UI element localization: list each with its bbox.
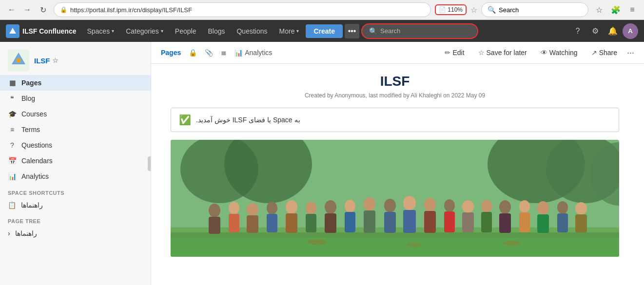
sidebar-pagetree-item[interactable]: › راهنماها: [0, 226, 151, 241]
sidebar-space-name[interactable]: ILSF ☆: [34, 57, 59, 65]
browser-search-input[interactable]: [499, 6, 582, 14]
sidebar-star-icon[interactable]: ☆: [52, 57, 59, 64]
pagetree-item-label: راهنماها: [15, 229, 37, 237]
url-text: https://portal.ilsf.ipm.ir/cn/display/IL…: [70, 6, 425, 14]
address-bar[interactable]: 🔒 https://portal.ilsf.ipm.ir/cn/display/…: [54, 2, 431, 17]
page-title: ILSF: [171, 74, 619, 89]
svg-point-50: [575, 202, 587, 215]
sidebar-logo-image: [8, 50, 29, 71]
pencil-icon: ✏: [445, 49, 450, 57]
nav-item-people[interactable]: People: [170, 20, 201, 42]
content-toolbar: Pages 🔒 📎 ≣ 📊 Analytics ✏ Edit ☆ Save fo…: [151, 42, 644, 64]
more-chevron-icon: ▾: [296, 28, 299, 34]
shortcut-icon: 📋: [8, 201, 16, 209]
expand-icon[interactable]: ›: [8, 229, 10, 237]
toolbar-hierarchy-icon[interactable]: ≣: [221, 49, 227, 57]
svg-rect-41: [481, 212, 492, 232]
space-shortcuts-title: SPACE SHORTCUTS: [0, 184, 151, 198]
sidebar-item-calendars[interactable]: 📅 Calendars: [0, 153, 151, 169]
share-button[interactable]: ↗ Share: [587, 47, 621, 58]
svg-rect-39: [462, 212, 474, 232]
svg-point-22: [306, 202, 316, 214]
svg-rect-35: [424, 211, 436, 233]
svg-rect-51: [575, 214, 587, 232]
shortcut-label: راهنماها: [21, 201, 43, 209]
settings-button[interactable]: ⚙: [587, 23, 603, 39]
sidebar-item-questions[interactable]: ? Questions: [0, 137, 151, 153]
sidebar-item-blog-label: Blog: [21, 95, 35, 102]
create-button[interactable]: Create: [306, 24, 343, 38]
sidebar-item-analytics-label: Analytics: [21, 172, 49, 180]
nav-buttons: ← → ↻: [5, 3, 50, 17]
extensions-icon[interactable]: 🧩: [609, 3, 623, 17]
svg-point-14: [229, 202, 239, 214]
svg-rect-21: [286, 213, 297, 233]
menu-icon[interactable]: ≡: [625, 3, 639, 17]
help-button[interactable]: ?: [570, 23, 585, 39]
svg-rect-31: [384, 212, 396, 233]
bell-icon: 🔔: [608, 26, 618, 36]
toolbar-lock-icon[interactable]: 🔒: [189, 49, 197, 57]
back-button[interactable]: ←: [5, 3, 19, 17]
nav-search-input[interactable]: [380, 27, 470, 35]
svg-point-42: [499, 200, 511, 214]
welcome-banner: ✅ به Space یا فضای ILSF خوش آمدید.: [171, 108, 619, 132]
toolbar-pages-link[interactable]: Pages: [161, 49, 181, 57]
nav-item-categories[interactable]: Categories ▾: [121, 20, 168, 42]
analytics-icon: 📊: [8, 172, 17, 180]
app-navbar: ILSF Confluence Spaces ▾ Categories ▾ Pe…: [0, 20, 644, 42]
forward-button[interactable]: →: [20, 3, 34, 17]
nav-item-spaces[interactable]: Spaces ▾: [82, 20, 119, 42]
sidebar-shortcut-rahnamaha[interactable]: 📋 راهنماها: [0, 198, 151, 212]
svg-rect-17: [247, 215, 258, 233]
nav-item-blogs[interactable]: Blogs: [203, 20, 230, 42]
svg-point-36: [444, 199, 455, 212]
sidebar-item-pages[interactable]: ▦ Pages: [0, 75, 151, 91]
toolbar-attachment-icon[interactable]: 📎: [205, 49, 213, 57]
svg-rect-27: [345, 212, 355, 232]
svg-rect-29: [364, 210, 375, 233]
check-circle-icon: ✅: [179, 114, 191, 126]
notification-button[interactable]: 🔔: [605, 23, 621, 39]
svg-point-30: [384, 199, 396, 212]
sidebar-resize-handle[interactable]: [148, 156, 151, 171]
sidebar-item-terms[interactable]: ≡ Terms: [0, 122, 151, 137]
sidebar-item-blog[interactable]: ❝ Blog: [0, 91, 151, 106]
svg-rect-13: [209, 217, 220, 234]
svg-point-53: [307, 239, 327, 245]
refresh-button[interactable]: ↻: [36, 3, 50, 17]
svg-rect-25: [325, 213, 336, 233]
app-logo[interactable]: ILSF Confluence: [6, 24, 76, 38]
pages-icon: ▦: [8, 79, 17, 87]
sidebar-item-analytics[interactable]: 📊 Analytics: [0, 169, 151, 184]
categories-chevron-icon: ▾: [161, 28, 163, 34]
svg-point-32: [403, 196, 416, 210]
svg-rect-45: [519, 212, 530, 232]
nav-item-questions[interactable]: Questions: [232, 20, 272, 42]
toolbar-analytics-link[interactable]: 📊 Analytics: [234, 49, 272, 57]
calendars-icon: 📅: [8, 157, 17, 165]
nav-search-box[interactable]: 🔍: [361, 23, 478, 39]
edit-button[interactable]: ✏ Edit: [441, 47, 468, 58]
svg-point-18: [267, 202, 277, 214]
browser-search-box[interactable]: 🔍: [481, 2, 588, 17]
more-options-button[interactable]: ···: [627, 48, 634, 58]
svg-point-44: [519, 200, 530, 213]
sidebar: ILSF ☆ ▦ Pages ❝ Blog 🎓 Courses ≡ Terms …: [0, 42, 151, 285]
page-icon: 📄: [439, 6, 446, 13]
share-icon: ↗: [591, 49, 597, 57]
save-for-later-button[interactable]: ☆ Save for later: [474, 47, 531, 58]
watching-button[interactable]: 👁 Watching: [537, 47, 582, 58]
svg-rect-23: [306, 214, 316, 232]
sidebar-item-terms-label: Terms: [21, 126, 40, 133]
user-avatar[interactable]: A: [623, 23, 638, 39]
nav-item-more[interactable]: More ▾: [274, 20, 304, 42]
sidebar-item-courses[interactable]: 🎓 Courses: [0, 106, 151, 122]
bookmark-star-icon[interactable]: ☆: [470, 5, 477, 15]
nav-search-icon: 🔍: [369, 27, 377, 35]
svg-point-54: [407, 242, 422, 247]
svg-rect-19: [267, 214, 277, 232]
nav-ellipsis-button[interactable]: •••: [345, 24, 359, 38]
bookmarks-icon[interactable]: ☆: [592, 3, 606, 17]
gear-icon: ⚙: [592, 26, 599, 36]
